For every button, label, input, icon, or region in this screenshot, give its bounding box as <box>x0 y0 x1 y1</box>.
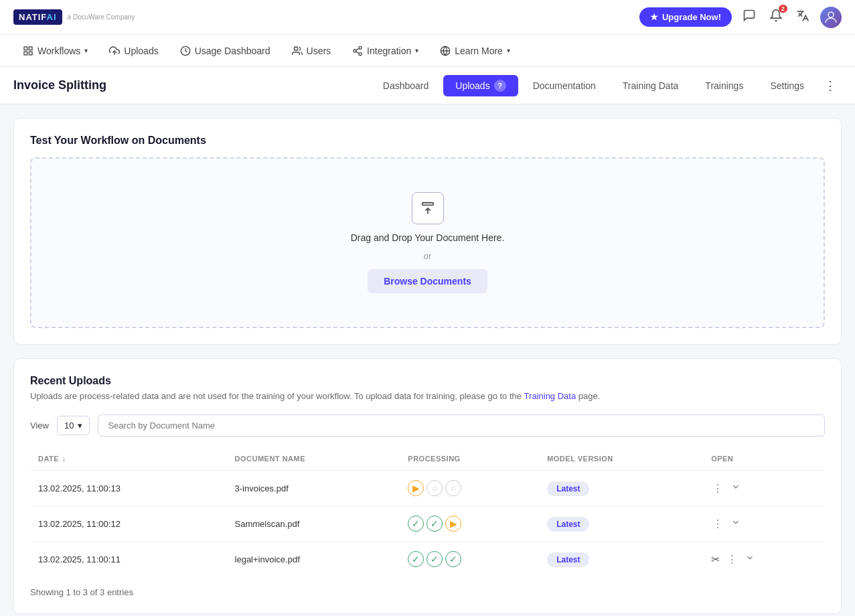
tab-uploads[interactable]: Uploads ? <box>443 75 518 96</box>
col-date: DATE ↓ <box>30 447 227 471</box>
brand-name: NATIFAI <box>13 9 62 25</box>
workflows-chevron-icon: ▾ <box>84 47 88 54</box>
uploads-help-icon[interactable]: ? <box>494 80 506 92</box>
proc-check-green-icon-1: ✓ <box>408 516 424 532</box>
notifications-button[interactable]: 2 <box>767 6 785 28</box>
row-date: 13.02.2025, 11:00:12 <box>30 506 227 542</box>
version-badge: Latest <box>547 517 589 532</box>
row-date: 13.02.2025, 11:00:11 <box>30 542 227 577</box>
svg-point-9 <box>354 50 356 52</box>
workflows-icon <box>23 46 33 56</box>
row-model-version: Latest <box>539 542 703 577</box>
scissors-icon: ✂ <box>711 553 720 566</box>
showing-text: Showing 1 to 3 of 3 entries <box>30 587 825 597</box>
tabs-more-button[interactable]: ⋮ <box>819 76 842 96</box>
processing-icons: ✓ ✓ ▶ <box>408 516 531 532</box>
version-badge: Latest <box>547 481 589 496</box>
row-document-name: Sammelscan.pdf <box>227 506 400 542</box>
view-count-select[interactable]: 10 ▾ <box>57 416 90 435</box>
svg-point-10 <box>359 52 362 55</box>
date-sort-icon[interactable]: ↓ <box>62 454 66 463</box>
nav-users[interactable]: Users <box>283 42 341 60</box>
translate-button[interactable] <box>793 6 812 28</box>
page-title: Invoice Splitting <box>13 78 106 92</box>
tab-training-data[interactable]: Training Data <box>611 76 691 96</box>
tab-dashboard[interactable]: Dashboard <box>371 76 441 96</box>
user-avatar-icon <box>823 9 839 25</box>
row-open: ✂ ⋮ <box>703 542 825 577</box>
nav-integration[interactable]: Integration ▾ <box>343 42 428 60</box>
tab-documentation[interactable]: Documentation <box>521 76 608 96</box>
chat-button[interactable] <box>740 6 759 28</box>
users-icon <box>292 46 303 56</box>
row-more-button[interactable]: ⋮ <box>711 481 724 496</box>
training-data-link[interactable]: Training Data <box>524 391 576 401</box>
star-icon: ★ <box>650 12 658 22</box>
upload-section-title: Test Your Workflow on Documents <box>30 135 825 147</box>
learn-more-chevron-icon: ▾ <box>507 47 510 54</box>
table-controls: View 10 ▾ <box>30 414 825 437</box>
svg-point-0 <box>828 12 834 17</box>
row-actions: ✂ ⋮ <box>711 552 817 567</box>
proc-check-green-icon-3: ✓ <box>445 551 461 567</box>
nav-uploads[interactable]: Uploads <box>100 42 167 60</box>
row-more-button[interactable]: ⋮ <box>711 516 724 532</box>
drag-drop-text: Drag and Drop Your Document Here. <box>351 232 505 243</box>
search-input[interactable] <box>98 414 825 437</box>
secondary-navigation: Workflows ▾ Uploads Usage Dashboard User… <box>0 35 855 67</box>
row-document-name: 3-invoices.pdf <box>227 471 400 506</box>
browse-documents-button[interactable]: Browse Documents <box>368 269 487 293</box>
tab-bar: Dashboard Uploads ? Documentation Traini… <box>371 75 842 96</box>
tab-trainings[interactable]: Trainings <box>693 76 755 96</box>
col-open: OPEN <box>703 447 825 471</box>
row-model-version: Latest <box>539 506 703 542</box>
row-expand-button[interactable] <box>730 516 742 531</box>
svg-line-11 <box>356 52 360 54</box>
translate-icon <box>796 9 809 22</box>
chat-icon <box>743 9 756 22</box>
chevron-down-icon <box>731 518 741 527</box>
avatar[interactable] <box>820 7 842 28</box>
row-more-button[interactable]: ⋮ <box>725 552 739 567</box>
integration-icon <box>352 46 363 56</box>
view-select-chevron-icon: ▾ <box>78 420 82 431</box>
upgrade-button[interactable]: ★ Upgrade Now! <box>639 7 732 27</box>
globe-icon <box>440 46 451 56</box>
proc-check-green-icon-1: ✓ <box>408 551 424 567</box>
col-processing: PROCESSING <box>400 447 539 471</box>
row-open: ⋮ <box>703 471 825 506</box>
svg-rect-3 <box>29 52 32 55</box>
tab-settings[interactable]: Settings <box>758 76 816 96</box>
svg-rect-4 <box>24 52 27 55</box>
col-document-name: DOCUMENT NAME <box>227 447 400 471</box>
view-label: View <box>30 420 49 431</box>
nav-usage-dashboard[interactable]: Usage Dashboard <box>171 42 280 60</box>
proc-play-orange-icon: ▶ <box>445 516 461 532</box>
svg-rect-1 <box>24 47 27 50</box>
svg-line-12 <box>356 48 360 50</box>
integration-chevron-icon: ▾ <box>415 47 418 54</box>
row-model-version: Latest <box>539 471 703 506</box>
row-expand-button[interactable] <box>744 552 756 566</box>
row-expand-button[interactable] <box>730 481 742 495</box>
or-text: or <box>424 251 432 261</box>
proc-play-icon: ▶ <box>408 480 424 496</box>
svg-point-7 <box>294 47 297 50</box>
svg-rect-16 <box>422 203 433 206</box>
page-header: Invoice Splitting Dashboard Uploads ? Do… <box>0 67 855 104</box>
recent-uploads-title: Recent Uploads <box>30 375 825 387</box>
svg-point-8 <box>359 46 362 49</box>
processing-icons: ▶ ○ ○ <box>408 480 531 496</box>
table-row: 13.02.2025, 11:00:12 Sammelscan.pdf ✓ ✓ … <box>30 506 825 542</box>
nav-learn-more[interactable]: Learn More ▾ <box>431 42 520 60</box>
nav-workflows[interactable]: Workflows ▾ <box>13 42 97 60</box>
version-badge: Latest <box>547 552 589 567</box>
uploads-table: DATE ↓ DOCUMENT NAME PROCESSING MODEL VE… <box>30 447 825 576</box>
proc-inactive-icon-2: ○ <box>445 480 461 496</box>
table-header-row: DATE ↓ DOCUMENT NAME PROCESSING MODEL VE… <box>30 447 825 471</box>
logo[interactable]: NATIFAI a DocuWare Company <box>13 9 135 25</box>
drop-zone[interactable]: Drag and Drop Your Document Here. or Bro… <box>30 157 825 328</box>
upload-icon-box <box>412 192 444 224</box>
row-open: ⋮ <box>703 506 825 542</box>
notification-badge: 2 <box>779 5 787 13</box>
